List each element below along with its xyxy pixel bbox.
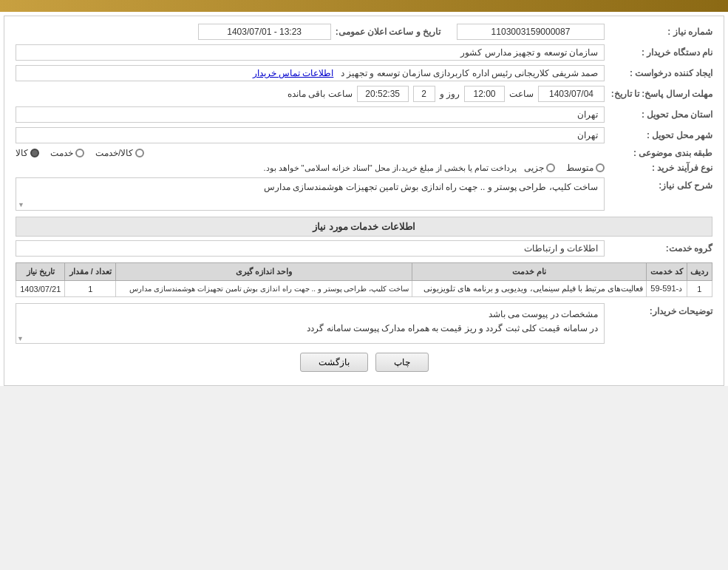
col-header-row-num: ردیف <box>687 263 712 281</box>
purchase-note: پرداخت تمام یا بخشی از مبلغ خرید،از محل … <box>263 163 517 173</box>
service-group-label: گروه خدمت: <box>609 243 712 254</box>
page-header <box>0 0 728 12</box>
need-number-label: شماره نیاز : <box>609 27 712 37</box>
radio-khedmat-icon <box>75 149 84 157</box>
need-description-container: ساخت کلیپ، طراحی پوستر و .. جهت راه اندا… <box>16 177 605 211</box>
announce-date-label: تاریخ و ساعت اعلان عمومی: <box>336 27 440 37</box>
buyer-notes-row: توضیحات خریدار: مشخصات در پیوست می باشد … <box>16 303 712 344</box>
category-kala-khedmat-label: کالا/خدمت <box>95 148 133 158</box>
print-button[interactable]: چاپ <box>375 353 429 372</box>
province-label: استان محل تحویل : <box>609 109 712 120</box>
services-table: ردیف کد خدمت نام خدمت واحد اندازه گیری ت… <box>16 262 712 297</box>
cell-service-code: د-591-59 <box>646 281 687 297</box>
cell-need-date: 1403/07/21 <box>16 281 65 297</box>
buyer-notes-container: مشخصات در پیوست می باشد در سامانه قیمت ک… <box>16 303 605 344</box>
city-label: شهر محل تحویل : <box>609 130 712 140</box>
col-header-quantity: تعداد / مقدار <box>65 263 116 281</box>
services-section-title: اطلاعات خدمات مورد نیاز <box>16 217 712 237</box>
col-header-unit: واحد اندازه گیری <box>116 263 412 281</box>
buyer-notes-label: توضیحات خریدار: <box>609 303 712 316</box>
need-number-value: 1103003159000087 <box>457 24 605 40</box>
remaining-label: ساعت باقی مانده <box>288 89 353 99</box>
city-row: شهر محل تحویل : تهران <box>16 127 712 143</box>
creator-row: ایجاد کننده درخواست : صمد شریفی کلاریجان… <box>16 65 712 81</box>
radio-kala-icon <box>30 149 39 157</box>
need-number-row: شماره نیاز : 1103003159000087 تاریخ و سا… <box>16 24 712 40</box>
radio-motavaset-icon <box>596 163 605 172</box>
purchase-type-label: نوع فرآیند خرید : <box>609 163 712 173</box>
table-row: 1 د-591-59 فعالیت‌های مرتبط با فیلم سینم… <box>16 281 712 297</box>
cell-quantity: 1 <box>65 281 116 297</box>
need-description-row: شرح کلی نیاز: ساخت کلیپ، طراحی پوستر و .… <box>16 177 712 211</box>
category-row: طبقه بندی موضوعی : کالا/خدمت خدمت کالا <box>16 148 712 158</box>
countdown-group: 1403/07/04 ساعت 12:00 روز و 2 20:52:35 س… <box>16 86 605 102</box>
col-header-service-name: نام خدمت <box>412 263 647 281</box>
purchase-motavaset-label: متوسط <box>566 163 593 173</box>
purchase-option-jozi: جزیی <box>524 163 555 173</box>
province-value: تهران <box>16 106 605 123</box>
days-label-static: روز و <box>440 89 460 99</box>
send-date-row: مهلت ارسال پاسخ: تا تاریخ: 1403/07/04 سا… <box>16 86 712 102</box>
buyer-org-value: سازمان توسعه و تجهیز مدارس کشور <box>16 44 605 61</box>
action-buttons: چاپ بازگشت <box>16 353 712 372</box>
cell-service-name: فعالیت‌های مرتبط با فیلم سینمایی، ویدیوی… <box>412 281 647 297</box>
purchase-radio-group: متوسط جزیی <box>524 163 605 173</box>
need-description-label: شرح کلی نیاز: <box>609 177 712 191</box>
city-value: تهران <box>16 127 605 143</box>
announce-date-value: 1403/07/01 - 13:23 <box>198 24 331 40</box>
radio-jozi-icon <box>546 163 555 172</box>
response-date-value: 1403/07/04 <box>538 86 605 102</box>
response-time-value: 12:00 <box>464 86 505 102</box>
col-header-service-code: کد خدمت <box>646 263 687 281</box>
purchase-jozi-label: جزیی <box>524 163 544 173</box>
cell-unit: ساخت کلیپ، طراحی پوستر و .. جهت راه اندا… <box>116 281 412 297</box>
category-option-kala-khedmat: کالا/خدمت <box>95 148 144 158</box>
category-khedmat-label: خدمت <box>50 148 73 158</box>
creator-contact-link[interactable]: اطلاعات تماس خریدار <box>253 68 334 78</box>
purchase-type-row: نوع فرآیند خرید : متوسط جزیی پرداخت تمام… <box>16 163 712 173</box>
need-description-value: ساخت کلیپ، طراحی پوستر و .. جهت راه اندا… <box>264 182 598 192</box>
back-button[interactable]: بازگشت <box>300 353 368 372</box>
cell-row-num: 1 <box>687 281 712 297</box>
service-group-value: اطلاعات و ارتباطات <box>16 240 605 257</box>
response-countdown-value: 20:52:35 <box>357 86 409 102</box>
category-option-khedmat: خدمت <box>50 148 84 158</box>
buyer-org-row: نام دستگاه خریدار : سازمان توسعه و تجهیز… <box>16 44 712 61</box>
creator-label: ایجاد کننده درخواست : <box>609 68 712 78</box>
time-label-static: ساعت <box>509 89 534 99</box>
send-date-label: مهلت ارسال پاسخ: تا تاریخ: <box>609 89 712 99</box>
response-days-value: 2 <box>413 86 435 102</box>
category-label: طبقه بندی موضوعی : <box>609 148 712 158</box>
scroll-arrow-notes-icon: ▼ <box>17 335 24 342</box>
buyer-org-label: نام دستگاه خریدار : <box>609 47 712 58</box>
radio-kala-khedmat-icon <box>135 149 144 157</box>
creator-value: صمد شریفی کلاریجانی رئیس اداره کاربردازی… <box>16 65 605 81</box>
buyer-notes-value: مشخصات در پیوست می باشد در سامانه قیمت ک… <box>16 303 605 344</box>
province-row: استان محل تحویل : تهران <box>16 106 712 123</box>
purchase-type-group: متوسط جزیی پرداخت تمام یا بخشی از مبلغ خ… <box>16 163 605 173</box>
category-radio-group: کالا/خدمت خدمت کالا <box>16 148 605 158</box>
purchase-option-motavaset: متوسط <box>566 163 605 173</box>
services-table-section: ردیف کد خدمت نام خدمت واحد اندازه گیری ت… <box>16 262 712 297</box>
scroll-arrow-icon: ▼ <box>18 201 24 208</box>
col-header-need-date: تاریخ نیاز <box>16 263 65 281</box>
category-option-kala: کالا <box>16 148 39 158</box>
category-kala-label: کالا <box>16 148 28 158</box>
service-group-row: گروه خدمت: اطلاعات و ارتباطات <box>16 240 712 257</box>
